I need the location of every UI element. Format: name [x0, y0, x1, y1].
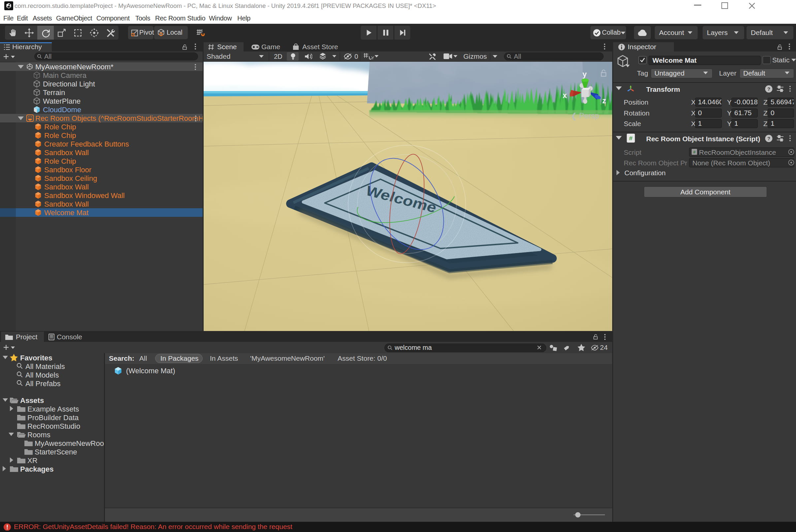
svg-text:#: #: [629, 135, 633, 142]
svg-text:#: #: [693, 150, 696, 155]
svg-text:y: y: [583, 70, 587, 79]
svg-text:x: x: [563, 91, 567, 100]
svg-text:❮ Persp: ❮ Persp: [571, 112, 599, 120]
svg-text:z: z: [602, 96, 606, 105]
svg-text:?: ?: [767, 136, 770, 141]
svg-text:?: ?: [767, 86, 770, 92]
